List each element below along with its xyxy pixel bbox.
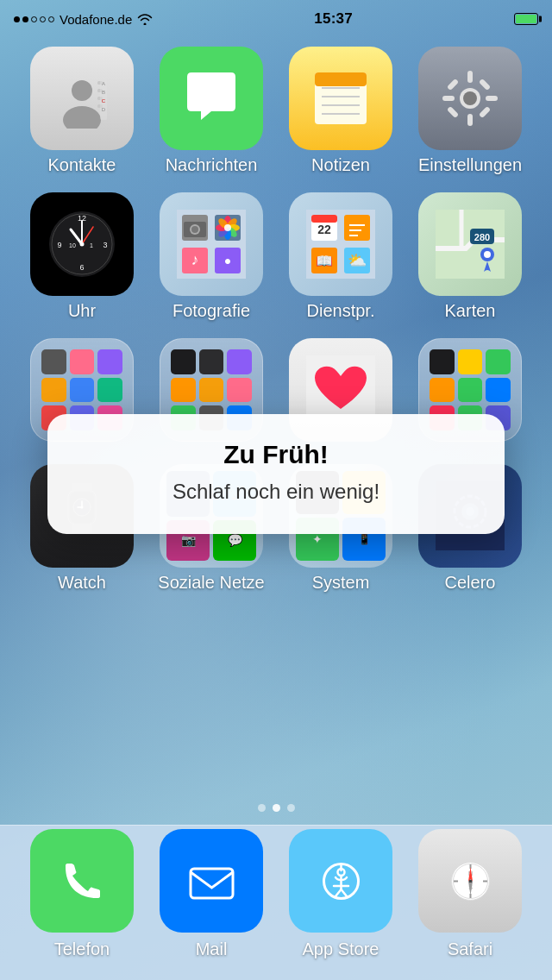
nachrichten-icon [160, 47, 263, 150]
svg-rect-60 [311, 215, 337, 223]
app-einstellungen[interactable]: Einstellungen [405, 47, 535, 175]
watch-label: Watch [58, 573, 106, 593]
svg-text:●: ● [224, 254, 231, 267]
svg-text:B: B [102, 90, 105, 95]
carrier-label: Vodafone.de [60, 12, 132, 27]
svg-text:1: 1 [90, 242, 93, 248]
safari-label: Safari [448, 939, 492, 959]
dot-2 [22, 16, 28, 22]
uhr-label: Uhr [68, 301, 96, 321]
dienstpr-icon: 22 ⛅ 📖 [289, 192, 392, 296]
alert-dialog: Zu Früh! Schlaf noch ein wenig! [47, 414, 505, 534]
svg-point-53 [224, 224, 231, 231]
soziale-label: Soziale Netze [158, 573, 264, 593]
einstellungen-label: Einstellungen [418, 155, 522, 175]
dot-3 [31, 16, 37, 22]
svg-text:♪: ♪ [191, 251, 199, 268]
svg-point-4 [72, 80, 92, 101]
alert-title: Zu Früh! [73, 440, 479, 469]
svg-point-5 [63, 106, 101, 129]
svg-point-26 [463, 91, 477, 105]
fotografie-icon: ♪ ● [160, 192, 263, 296]
dock-telefon[interactable]: Telefon [30, 829, 134, 959]
safari-icon: N S [418, 829, 522, 933]
app-notizen[interactable]: Notizen [276, 47, 405, 175]
svg-rect-21 [486, 96, 498, 101]
fotografie-label: Fotografie [172, 301, 250, 321]
notizen-icon [289, 47, 392, 150]
battery-icon [514, 13, 538, 25]
svg-rect-12 [315, 72, 367, 86]
svg-rect-88 [191, 869, 233, 898]
status-bar: Vodafone.de 15:37 [0, 0, 552, 38]
svg-point-43 [191, 226, 198, 233]
svg-text:22: 22 [317, 223, 331, 236]
svg-text:9: 9 [57, 241, 61, 249]
kontakte-label: Kontakte [48, 155, 116, 175]
appstore-label: App Store [303, 939, 380, 959]
svg-rect-24 [447, 106, 459, 118]
svg-rect-18 [467, 71, 473, 83]
page-dot-2 [287, 804, 295, 812]
mail-label: Mail [196, 939, 228, 959]
page-dot-0 [258, 804, 266, 812]
battery-fill [516, 15, 536, 23]
system-label: System [312, 573, 370, 593]
notizen-label: Notizen [311, 155, 370, 175]
app-karten[interactable]: 280 Karten [405, 192, 535, 321]
dock-mail[interactable]: Mail [160, 829, 263, 959]
appstore-icon [289, 829, 392, 933]
telefon-label: Telefon [54, 939, 110, 959]
status-time: 15:37 [314, 10, 353, 28]
svg-text:280: 280 [474, 232, 490, 242]
page-indicator [0, 804, 552, 812]
page-dot-1 [273, 804, 280, 812]
app-nachrichten[interactable]: Nachrichten [147, 47, 276, 175]
svg-point-38 [80, 242, 85, 247]
karten-label: Karten [445, 301, 496, 321]
einstellungen-icon [418, 47, 522, 150]
svg-rect-19 [467, 114, 473, 126]
svg-text:3: 3 [103, 241, 107, 249]
status-left: Vodafone.de [14, 12, 153, 27]
svg-text:📖: 📖 [316, 253, 333, 269]
svg-rect-62 [344, 215, 370, 241]
svg-text:6: 6 [79, 263, 84, 272]
svg-rect-20 [442, 96, 455, 101]
svg-rect-23 [479, 79, 491, 91]
kontakte-icon: A B C D [30, 47, 134, 150]
svg-point-101 [468, 879, 472, 883]
svg-text:A: A [102, 81, 105, 86]
dock-appstore[interactable]: App Store [289, 829, 392, 959]
dock: Telefon Mail App Store [0, 825, 552, 980]
status-right [514, 13, 538, 25]
karten-icon: 280 [418, 192, 522, 296]
dot-1 [14, 16, 20, 22]
celero-label: Celero [445, 573, 496, 593]
app-kontakte[interactable]: A B C D Kontakte [17, 47, 147, 175]
app-uhr[interactable]: 12 3 9 10 1 6 Uhr [17, 192, 147, 321]
dot-5 [48, 16, 54, 22]
mail-icon [160, 829, 263, 933]
nachrichten-label: Nachrichten [166, 155, 258, 175]
dot-4 [40, 16, 46, 22]
uhr-icon: 12 3 9 10 1 6 [30, 192, 134, 296]
svg-text:C: C [102, 98, 106, 104]
svg-text:10: 10 [69, 242, 76, 248]
svg-rect-25 [479, 106, 491, 118]
svg-rect-22 [447, 79, 459, 91]
app-fotografie[interactable]: ♪ ● Fotografie [147, 192, 276, 321]
dienstpr-label: Dienstpr. [307, 301, 375, 321]
dock-safari[interactable]: N S Safari [418, 829, 522, 959]
signal-dots [14, 16, 54, 22]
svg-text:D: D [102, 107, 106, 112]
app-dienstpr[interactable]: 22 ⛅ 📖 Dienstpr. [276, 192, 405, 321]
svg-point-74 [484, 251, 491, 258]
alert-message: Schlaf noch ein wenig! [73, 480, 479, 504]
svg-text:⛅: ⛅ [348, 251, 367, 270]
wifi-icon [137, 13, 153, 25]
telefon-icon [30, 829, 134, 933]
